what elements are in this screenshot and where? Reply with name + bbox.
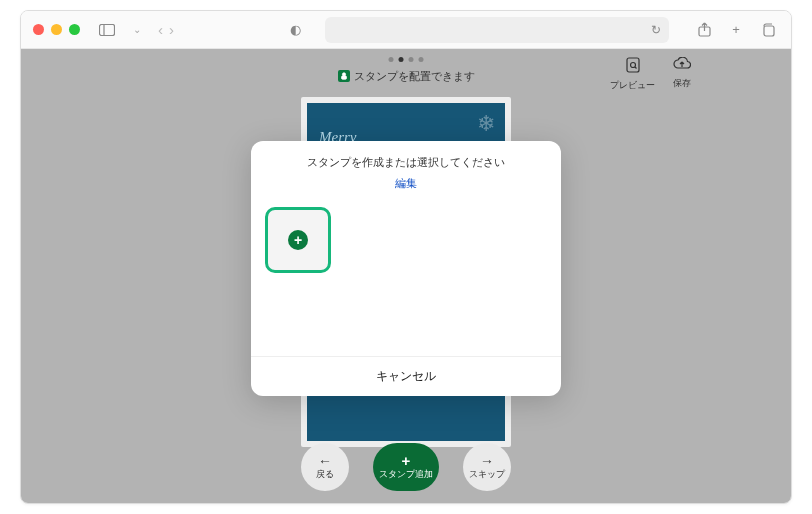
close-window-button[interactable] <box>33 24 44 35</box>
save-button[interactable]: 保存 <box>673 57 691 92</box>
svg-rect-3 <box>764 26 774 36</box>
chevron-down-icon[interactable]: ⌄ <box>126 19 148 41</box>
plus-icon: + <box>402 453 411 468</box>
sidebar-toggle-icon[interactable] <box>96 19 118 41</box>
snowflake-icon: ❄ <box>477 111 495 137</box>
add-stamp-tile[interactable]: + <box>265 207 331 273</box>
svg-rect-0 <box>100 24 115 35</box>
hint-text: スタンプを配置できます <box>338 69 475 84</box>
save-label: 保存 <box>673 77 691 90</box>
cancel-button[interactable]: キャンセル <box>251 356 561 396</box>
bottom-controls: ← 戻る + スタンプ追加 → スキップ <box>301 443 511 491</box>
top-actions: プレビュー 保存 <box>610 57 691 92</box>
plus-circle-icon: + <box>288 230 308 250</box>
minimize-window-button[interactable] <box>51 24 62 35</box>
tabs-overview-icon[interactable] <box>757 19 779 41</box>
cloud-save-icon <box>673 57 691 75</box>
stamp-icon <box>338 70 350 82</box>
add-stamp-button[interactable]: + スタンプ追加 <box>373 443 439 491</box>
privacy-shield-icon[interactable]: ◐ <box>290 22 301 37</box>
preview-icon <box>625 57 641 77</box>
browser-toolbar: ⌄ ‹ › ◐ ↻ + <box>21 11 791 49</box>
svg-rect-5 <box>341 76 346 79</box>
nav-buttons: ‹ › <box>156 21 176 38</box>
arrow-right-icon: → <box>480 454 494 468</box>
modal-header: スタンプを作成または選択してください 編集 <box>251 141 561 197</box>
svg-line-8 <box>635 67 637 69</box>
preview-button[interactable]: プレビュー <box>610 57 655 92</box>
arrow-left-icon: ← <box>318 454 332 468</box>
svg-point-4 <box>342 73 345 76</box>
modal-body: + <box>251 197 561 356</box>
svg-rect-6 <box>627 58 639 72</box>
maximize-window-button[interactable] <box>69 24 80 35</box>
back-button[interactable]: ‹ <box>156 21 165 38</box>
app-viewport: スタンプを配置できます プレビュー 保存 ❄ ❄ ❄ Merry <box>21 49 791 503</box>
forward-button[interactable]: › <box>167 21 176 38</box>
back-step-button[interactable]: ← 戻る <box>301 443 349 491</box>
toolbar-right: + <box>693 19 779 41</box>
hint-label: スタンプを配置できます <box>354 69 475 84</box>
edit-link[interactable]: 編集 <box>395 176 417 191</box>
skip-label: スキップ <box>469 468 505 481</box>
browser-window: ⌄ ‹ › ◐ ↻ + <box>20 10 792 504</box>
reload-icon[interactable]: ↻ <box>651 23 661 37</box>
svg-point-7 <box>630 63 635 68</box>
share-icon[interactable] <box>693 19 715 41</box>
back-label: 戻る <box>316 468 334 481</box>
address-bar[interactable]: ↻ <box>325 17 669 43</box>
stamp-picker-modal: スタンプを作成または選択してください 編集 + キャンセル <box>251 141 561 396</box>
skip-button[interactable]: → スキップ <box>463 443 511 491</box>
add-stamp-label: スタンプ追加 <box>379 468 433 481</box>
preview-label: プレビュー <box>610 79 655 92</box>
window-controls <box>33 24 80 35</box>
modal-title: スタンプを作成または選択してください <box>267 155 545 170</box>
new-tab-icon[interactable]: + <box>725 19 747 41</box>
